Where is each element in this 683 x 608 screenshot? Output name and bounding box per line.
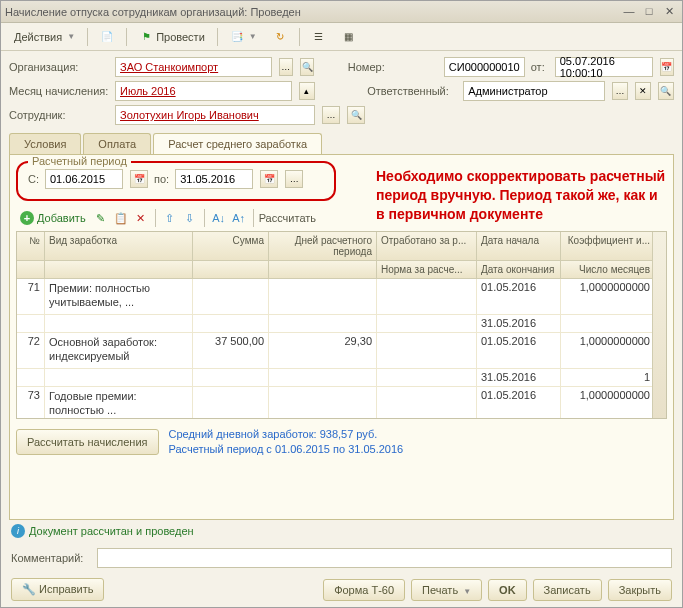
- chevron-down-icon: ▼: [463, 587, 471, 596]
- fix-button[interactable]: 🔧 Исправить: [11, 578, 104, 601]
- tab-pane: Расчетный период С: 01.06.2015 📅 по: 31.…: [9, 154, 674, 520]
- period-from-label: С:: [28, 173, 39, 185]
- close-window-button[interactable]: Закрыть: [608, 579, 672, 601]
- report-button[interactable]: 📑▼: [223, 26, 264, 48]
- main-toolbar: Действия▼ 📄 ⚑Провести 📑▼ ↻ ☰ ▦: [1, 23, 682, 51]
- window: Начисление отпуска сотрудникам организац…: [0, 0, 683, 608]
- col-worked[interactable]: Отработано за р...: [377, 232, 477, 260]
- new-button[interactable]: 📄: [93, 26, 121, 48]
- info-icon: i: [11, 524, 25, 538]
- calculate-accruals-button[interactable]: Рассчитать начисления: [16, 429, 159, 455]
- calculate-link[interactable]: Рассчитать: [259, 212, 316, 224]
- move-down-icon[interactable]: ⇩: [181, 209, 199, 227]
- sort-asc-icon[interactable]: A↓: [210, 209, 228, 227]
- period-to-calendar-button[interactable]: 📅: [260, 170, 278, 188]
- report-icon: 📑: [230, 30, 244, 44]
- period-from-input[interactable]: 01.06.2015: [45, 169, 123, 189]
- col-sum[interactable]: Сумма: [193, 232, 269, 260]
- grid-icon: ▦: [342, 30, 356, 44]
- move-up-icon[interactable]: ⇧: [161, 209, 179, 227]
- employee-input[interactable]: Золотухин Игорь Иванович: [115, 105, 315, 125]
- table-row[interactable]: 31.05.20161: [17, 369, 666, 387]
- resp-select-button[interactable]: …: [612, 82, 628, 100]
- col-num[interactable]: №: [17, 232, 45, 260]
- close-button[interactable]: ✕: [660, 4, 678, 20]
- table-row[interactable]: 71Премии: полностью учитываемые, ...01.0…: [17, 279, 666, 315]
- employee-select-button[interactable]: …: [322, 106, 340, 124]
- sort-desc-icon[interactable]: A↑: [230, 209, 248, 227]
- copy-icon[interactable]: 📋: [112, 209, 130, 227]
- form-t60-button[interactable]: Форма Т-60: [323, 579, 405, 601]
- month-label: Месяц начисления:: [9, 85, 109, 97]
- actions-menu[interactable]: Действия▼: [7, 26, 82, 48]
- col-months[interactable]: Число месяцев: [561, 261, 655, 278]
- col-kind[interactable]: Вид заработка: [45, 232, 193, 260]
- chevron-down-icon: ▼: [249, 32, 257, 41]
- table-body: 71Премии: полностью учитываемые, ...01.0…: [17, 279, 666, 419]
- comment-input[interactable]: [97, 548, 672, 568]
- minimize-button[interactable]: —: [620, 4, 638, 20]
- calc-footer: Рассчитать начисления Средний дневной за…: [16, 427, 667, 458]
- maximize-button[interactable]: □: [640, 4, 658, 20]
- refresh-button[interactable]: ↻: [266, 26, 294, 48]
- save-button[interactable]: Записать: [533, 579, 602, 601]
- tabs: Условия Оплата Расчет среднего заработка: [9, 133, 674, 154]
- comment-row: Комментарий:: [11, 548, 672, 568]
- earnings-table: № Вид заработка Сумма Дней расчетного пе…: [16, 231, 667, 419]
- date-input[interactable]: 05.07.2016 10:00:10: [555, 57, 653, 77]
- period-from-calendar-button[interactable]: 📅: [130, 170, 148, 188]
- from-label: от:: [531, 61, 549, 73]
- tab-average-calc[interactable]: Расчет среднего заработка: [153, 133, 322, 154]
- resp-clear-button[interactable]: ✕: [635, 82, 651, 100]
- add-row-button[interactable]: +Добавить: [16, 209, 90, 227]
- delete-icon[interactable]: ✕: [132, 209, 150, 227]
- bottom-bar: 🔧 Исправить Форма Т-60 Печать ▼ OK Запис…: [11, 578, 672, 601]
- resp-open-button[interactable]: 🔍: [658, 82, 674, 100]
- resp-input[interactable]: Администратор: [463, 81, 605, 101]
- period-to-label: по:: [154, 173, 169, 185]
- tab-payment[interactable]: Оплата: [83, 133, 151, 154]
- table-row[interactable]: 73Годовые премии: полностью ...01.05.201…: [17, 387, 666, 419]
- org-select-button[interactable]: …: [279, 58, 293, 76]
- refresh-icon: ↻: [273, 30, 287, 44]
- org-input[interactable]: ЗАО Станкоимпорт: [115, 57, 272, 77]
- list-icon: ☰: [312, 30, 326, 44]
- comment-label: Комментарий:: [11, 552, 91, 564]
- col-dend[interactable]: Дата окончания: [477, 261, 561, 278]
- edit-icon[interactable]: ✎: [92, 209, 110, 227]
- window-title: Начисление отпуска сотрудникам организац…: [5, 6, 618, 18]
- post-button[interactable]: ⚑Провести: [132, 26, 212, 48]
- number-input[interactable]: СИ000000010: [444, 57, 525, 77]
- period-to-input[interactable]: 31.05.2016: [175, 169, 253, 189]
- col-days[interactable]: Дней расчетного периода: [269, 232, 377, 260]
- number-label: Номер:: [348, 61, 438, 73]
- org-label: Организация:: [9, 61, 109, 73]
- tab-conditions[interactable]: Условия: [9, 133, 81, 154]
- print-button[interactable]: Печать ▼: [411, 579, 482, 601]
- separator: [299, 28, 300, 46]
- col-coef[interactable]: Коэффициент и...: [561, 232, 655, 260]
- annotation-text: Необходимо скорректировать расчетный пер…: [376, 167, 666, 224]
- employee-open-button[interactable]: 🔍: [347, 106, 365, 124]
- summary-text: Средний дневной заработок: 938,57 руб. Р…: [169, 427, 404, 458]
- document-icon: 📄: [100, 30, 114, 44]
- separator: [204, 209, 205, 227]
- month-input[interactable]: Июль 2016: [115, 81, 292, 101]
- period-more-button[interactable]: …: [285, 170, 303, 188]
- month-up-button[interactable]: ▴: [299, 82, 315, 100]
- org-open-button[interactable]: 🔍: [300, 58, 314, 76]
- list-button[interactable]: ☰: [305, 26, 333, 48]
- table-row[interactable]: 72Основной заработок: индексируемый37 50…: [17, 333, 666, 369]
- period-group-title: Расчетный период: [28, 155, 131, 167]
- col-dstart[interactable]: Дата начала: [477, 232, 561, 260]
- ok-button[interactable]: OK: [488, 579, 527, 601]
- grid-button[interactable]: ▦: [335, 26, 363, 48]
- separator: [126, 28, 127, 46]
- separator: [217, 28, 218, 46]
- vertical-scrollbar[interactable]: [652, 232, 666, 418]
- period-group: Расчетный период С: 01.06.2015 📅 по: 31.…: [16, 161, 336, 201]
- table-header-row1: № Вид заработка Сумма Дней расчетного пе…: [17, 232, 666, 261]
- table-row[interactable]: 31.05.2016: [17, 315, 666, 333]
- col-norm[interactable]: Норма за расче...: [377, 261, 477, 278]
- date-picker-button[interactable]: 📅: [660, 58, 674, 76]
